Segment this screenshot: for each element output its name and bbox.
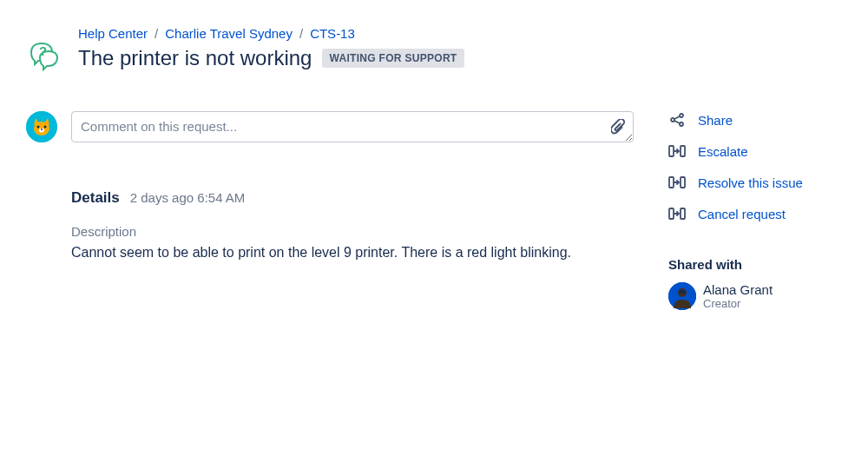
transition-icon [668,205,686,222]
comment-input-wrap [71,111,634,146]
title-row: The printer is not working WAITING FOR S… [78,46,464,70]
comment-input[interactable] [71,111,634,142]
svg-rect-17 [681,208,685,219]
transition-icon [668,174,686,191]
description-label: Description [71,224,634,239]
breadcrumb-separator: / [155,26,158,41]
person-name: Alana Grant [703,282,773,297]
current-user-avatar [26,111,57,142]
status-badge: WAITING FOR SUPPORT [322,49,464,68]
svg-point-3 [37,126,40,129]
details-timestamp: 2 days ago 6:54 AM [130,190,246,205]
breadcrumb-separator: / [299,26,303,41]
shared-with-heading: Shared with [668,257,851,272]
details-header: Details 2 days ago 6:54 AM [71,189,634,207]
breadcrumb-link-help-center[interactable]: Help Center [78,26,148,41]
svg-point-8 [680,114,683,117]
help-bubble-icon: ? [26,38,64,76]
shared-person: Alana Grant Creator [668,282,851,310]
share-label: Share [698,113,733,128]
comment-row [26,111,634,146]
header-text: Help Center / Charlie Travel Sydney / CT… [78,26,464,70]
transition-icon [668,142,686,160]
person-role: Creator [703,297,773,310]
svg-rect-16 [669,208,674,219]
person-avatar [668,282,696,310]
breadcrumb-link-ticket[interactable]: CTS-13 [310,26,355,41]
svg-line-11 [674,121,680,123]
resolve-label: Resolve this issue [698,175,803,190]
left-column: Details 2 days ago 6:54 AM Description C… [26,111,634,310]
breadcrumb-link-project[interactable]: Charlie Travel Sydney [165,26,293,41]
escalate-action[interactable]: Escalate [668,142,851,160]
svg-point-4 [44,126,47,129]
right-column: Share Escalate [668,111,851,310]
main-content: Details 2 days ago 6:54 AM Description C… [17,111,851,310]
svg-point-7 [671,118,674,122]
resolve-action[interactable]: Resolve this issue [668,174,851,191]
cancel-action[interactable]: Cancel request [668,205,851,222]
share-action[interactable]: Share [668,111,851,129]
svg-text:?: ? [39,43,47,58]
svg-rect-13 [681,146,685,156]
person-info: Alana Grant Creator [703,282,773,310]
svg-line-10 [674,116,680,119]
svg-point-6 [41,129,43,130]
escalate-label: Escalate [698,144,748,159]
svg-rect-15 [681,177,685,188]
svg-rect-14 [669,177,674,188]
breadcrumb: Help Center / Charlie Travel Sydney / CT… [78,26,464,41]
details-heading: Details [71,189,120,207]
share-icon [668,111,686,129]
action-list: Share Escalate [668,111,851,222]
svg-point-20 [679,290,686,294]
details-section: Details 2 days ago 6:54 AM Description C… [26,189,634,263]
header-section: ? Help Center / Charlie Travel Sydney / … [17,26,851,76]
description-text: Cannot seem to be able to print on the l… [71,242,634,263]
svg-point-9 [680,122,683,126]
attachment-icon[interactable] [611,119,625,138]
cancel-label: Cancel request [698,207,786,221]
svg-rect-12 [669,146,674,156]
page-title: The printer is not working [78,46,312,70]
